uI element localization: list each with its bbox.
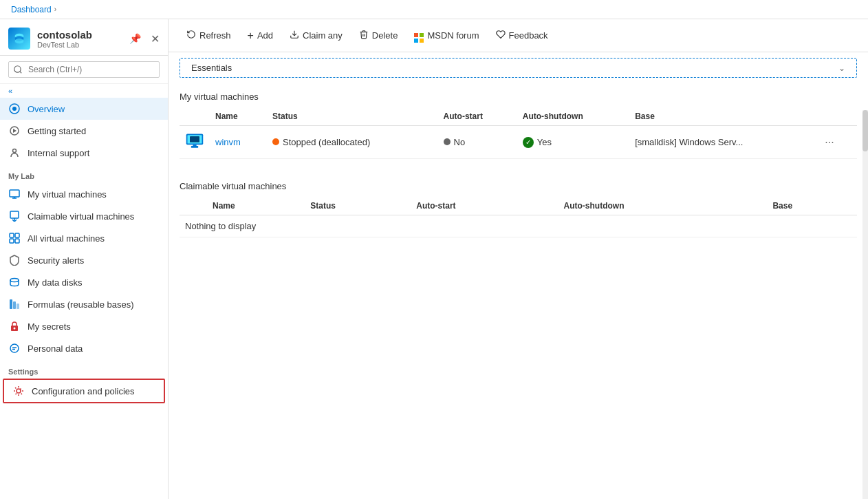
app-logo <box>8 28 30 50</box>
sidebar-item-secrets-label: My secrets <box>28 321 71 332</box>
data-disks-icon <box>8 276 21 288</box>
my-lab-section-label: My Lab <box>0 164 168 183</box>
breadcrumb-dashboard[interactable]: Dashboard <box>11 5 52 14</box>
essentials-chevron-icon: ⌄ <box>838 63 845 73</box>
empty-row: Nothing to display <box>180 215 857 237</box>
svg-point-22 <box>10 344 19 352</box>
vm-status-cell: Stopped (deallocated) <box>267 126 438 159</box>
claim-any-button[interactable]: Claim any <box>283 26 349 45</box>
sidebar-item-my-vms[interactable]: My virtual machines <box>0 183 168 205</box>
vm-icon <box>185 131 204 151</box>
sidebar-item-formulas-label: Formulas (reusable bases) <box>28 299 134 310</box>
security-alerts-icon <box>8 254 21 266</box>
sidebar-item-secrets[interactable]: My secrets <box>0 315 168 337</box>
status-text: Stopped (deallocated) <box>283 137 370 147</box>
vm-autostart-cell: No <box>438 126 517 159</box>
personal-data-icon <box>8 342 21 354</box>
claim-any-label: Claim any <box>303 30 343 41</box>
svg-rect-7 <box>10 190 19 197</box>
collapse-sidebar-btn[interactable]: « <box>0 84 168 98</box>
svg-rect-17 <box>10 299 12 309</box>
internal-support-icon <box>8 147 21 159</box>
vm-more-button[interactable]: ··· <box>822 135 836 150</box>
pin-icon[interactable]: 📌 <box>129 33 141 44</box>
stopped-dot-icon <box>272 138 279 145</box>
toolbar: Refresh + Add Claim any <box>169 19 868 52</box>
sidebar-header: contosolab DevTest Lab 📌 ✕ <box>0 19 168 56</box>
sidebar-item-internal-support[interactable]: Internal support <box>0 142 168 164</box>
sidebar-item-config-policies[interactable]: Configuration and policies <box>3 379 165 403</box>
col-status-header: Status <box>267 107 438 126</box>
sidebar-item-getting-started[interactable]: Getting started <box>0 120 168 142</box>
close-icon[interactable]: ✕ <box>151 32 160 45</box>
vm-base-cell: [smalldisk] Windows Serv... <box>629 126 816 159</box>
msdn-forum-button[interactable]: MSDN forum <box>407 25 486 46</box>
refresh-label: Refresh <box>199 30 231 41</box>
sidebar-item-claimable-vms[interactable]: Claimable virtual machines <box>0 205 168 227</box>
svg-rect-13 <box>15 233 19 237</box>
formulas-icon <box>8 298 21 310</box>
feedback-label: Feedback <box>509 30 548 41</box>
sidebar-title-block: contosolab DevTest Lab <box>37 29 92 49</box>
autoshutdown-yes: ✓ Yes <box>523 137 552 148</box>
col-base-header: Base <box>629 107 816 126</box>
search-input[interactable] <box>8 61 160 78</box>
sidebar-item-internal-support-label: Internal support <box>28 148 89 158</box>
essentials-bar[interactable]: Essentials ⌄ <box>180 58 857 78</box>
svg-point-4 <box>12 107 17 111</box>
delete-button[interactable]: Delete <box>352 26 405 45</box>
claimable-col-status-header: Status <box>305 197 411 215</box>
claimable-col-autostart-header: Auto-start <box>411 197 558 215</box>
vm-icon-col-header <box>180 107 210 126</box>
feedback-button[interactable]: Feedback <box>489 26 555 45</box>
empty-message: Nothing to display <box>180 215 857 237</box>
svg-point-23 <box>17 389 21 393</box>
autostart-no: No <box>444 137 466 147</box>
all-vms-icon <box>8 232 21 244</box>
refresh-button[interactable]: Refresh <box>180 26 238 45</box>
add-icon: + <box>248 30 254 42</box>
sidebar-item-all-vms[interactable]: All virtual machines <box>0 227 168 249</box>
svg-point-21 <box>14 328 16 330</box>
claimable-col-base-header: Base <box>767 197 857 215</box>
settings-section-label: Settings <box>0 359 168 379</box>
sidebar-item-data-disks-label: My data disks <box>28 277 82 288</box>
secrets-icon <box>8 320 21 332</box>
sidebar-item-security-alerts[interactable]: Security alerts <box>0 249 168 271</box>
claimable-vms-icon <box>8 210 21 222</box>
col-name-header: Name <box>210 107 267 126</box>
sidebar-item-overview[interactable]: Overview <box>0 98 168 120</box>
svg-rect-12 <box>10 233 14 237</box>
sidebar: contosolab DevTest Lab 📌 ✕ « <box>0 19 169 499</box>
svg-rect-19 <box>17 304 19 309</box>
overview-icon <box>8 103 21 115</box>
svg-rect-27 <box>190 136 199 142</box>
add-button[interactable]: + Add <box>241 26 280 45</box>
table-row: winvm Stopped (deallocated) No <box>180 126 857 159</box>
claimable-col-autoshutdown-header: Auto-shutdown <box>558 197 768 215</box>
vm-autoshutdown-cell: ✓ Yes <box>517 126 629 159</box>
sidebar-item-getting-started-label: Getting started <box>28 126 86 136</box>
my-vms-icon <box>8 188 21 200</box>
sidebar-item-personal-data-label: Personal data <box>28 343 83 354</box>
svg-rect-14 <box>10 239 14 243</box>
main-layout: contosolab DevTest Lab 📌 ✕ « <box>0 19 868 499</box>
col-actions-header <box>816 107 857 126</box>
sidebar-item-formulas[interactable]: Formulas (reusable bases) <box>0 293 168 315</box>
sidebar-item-personal-data[interactable]: Personal data <box>0 337 168 359</box>
my-vms-table: Name Status Auto-start Auto-shutdown Bas… <box>180 107 857 159</box>
essentials-label: Essentials <box>191 63 232 73</box>
claimable-icon-col-header <box>180 197 207 215</box>
autostart-dot-icon <box>444 138 451 145</box>
svg-point-2 <box>15 39 24 43</box>
msdn-forum-icon <box>414 28 424 43</box>
double-chevron-icon: « <box>8 87 12 95</box>
sidebar-item-config-policies-label: Configuration and policies <box>32 386 135 396</box>
vm-icon-cell <box>180 126 210 159</box>
sidebar-item-data-disks[interactable]: My data disks <box>0 271 168 293</box>
svg-point-6 <box>13 149 17 153</box>
vm-name-cell[interactable]: winvm <box>210 126 267 159</box>
autostart-text: No <box>454 137 466 147</box>
status-stopped: Stopped (deallocated) <box>272 137 370 147</box>
claimable-vms-section-title: Claimable virtual machines <box>180 181 857 191</box>
